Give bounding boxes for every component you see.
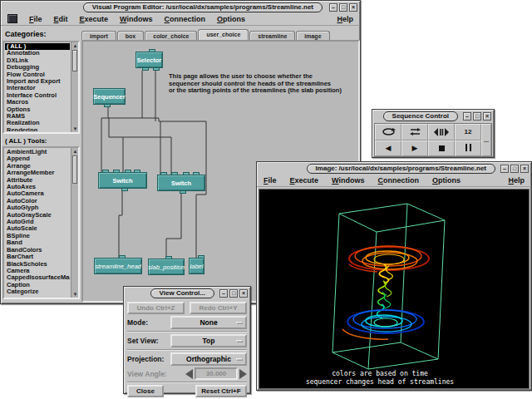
stop-button[interactable] <box>428 140 455 157</box>
list-item[interactable]: CategoryStatistics <box>5 296 70 297</box>
tab-import[interactable]: import <box>81 31 116 40</box>
input-tab[interactable] <box>149 49 155 52</box>
input-tab[interactable] <box>160 172 167 175</box>
close-icon[interactable]: × <box>483 112 491 121</box>
node-label: label <box>190 263 204 270</box>
node-label: Sequencer <box>93 93 125 101</box>
node-selector[interactable]: Selector <box>135 52 163 68</box>
loop-button[interactable] <box>375 124 401 140</box>
menu-execute[interactable]: Execute <box>80 15 109 23</box>
stop-icon <box>439 145 445 151</box>
maximize-icon[interactable]: □ <box>339 3 347 12</box>
input-tab[interactable] <box>102 170 109 173</box>
output-tab[interactable] <box>121 188 128 191</box>
decrease-angle-icon[interactable] <box>185 369 193 379</box>
menu-file[interactable]: File <box>264 176 277 185</box>
tab-color_choice[interactable]: color_choice <box>145 31 197 40</box>
tab-image[interactable]: image <box>296 31 329 40</box>
menu-help[interactable]: Help <box>337 15 353 23</box>
node-switch[interactable]: Switch <box>98 172 147 189</box>
view-control-title: View Control... <box>150 288 214 298</box>
menu-file[interactable]: File <box>29 15 42 23</box>
menu-windows[interactable]: Windows <box>332 176 364 185</box>
close-icon[interactable]: × <box>239 289 248 298</box>
minimize-icon[interactable]: – <box>219 289 228 298</box>
input-tab[interactable] <box>134 170 140 173</box>
palindrome-icon <box>409 127 421 136</box>
undo-button[interactable]: Undo Ctrl+Z <box>127 302 185 314</box>
set-view-dropdown[interactable]: Top <box>170 334 247 347</box>
output-tab[interactable] <box>153 67 160 71</box>
minimize-icon[interactable]: – <box>329 3 337 12</box>
menu-connection[interactable]: Connection <box>165 15 206 23</box>
projection-dropdown[interactable]: Orthographic <box>170 352 247 366</box>
step-button[interactable] <box>428 124 455 140</box>
close-icon[interactable]: × <box>349 3 357 12</box>
close-icon[interactable]: × <box>520 165 529 173</box>
option-menu-indicator <box>236 322 243 324</box>
output-tab[interactable] <box>142 67 149 71</box>
redo-button[interactable]: Redo Ctrl+Y <box>190 302 247 314</box>
increase-angle-icon[interactable] <box>239 369 247 379</box>
palindrome-button[interactable] <box>401 124 428 140</box>
menu-options[interactable]: Options <box>217 15 245 23</box>
input-tab[interactable] <box>165 256 172 259</box>
tab-user_choice[interactable]: user_choice <box>198 29 249 40</box>
categories-scrollbar[interactable]: ▲ ▼ <box>71 42 78 132</box>
tab-box[interactable]: box <box>117 31 144 40</box>
menu-windows[interactable]: Windows <box>120 15 152 23</box>
reset-button[interactable]: Reset Ctrl+F <box>195 385 247 397</box>
image-titlebar[interactable]: Image: /usr/local/dx/samples/programs/St… <box>257 162 531 174</box>
tools-scrollbar[interactable]: ▲ ▼ <box>71 148 78 298</box>
maximize-icon[interactable]: □ <box>229 289 238 298</box>
wire <box>109 118 171 175</box>
output-tab[interactable] <box>104 104 111 107</box>
maximize-icon[interactable]: □ <box>473 112 481 121</box>
expand-button[interactable]: ... <box>481 124 491 156</box>
step-back-button[interactable]: ◀ <box>375 140 401 157</box>
input-tab[interactable] <box>193 172 200 175</box>
sequence-control-titlebar[interactable]: Sequence Control – □ × <box>372 110 494 121</box>
projection-label: Projection: <box>127 355 164 363</box>
dx-app-icon <box>7 14 17 23</box>
node-label[interactable]: label <box>189 258 204 274</box>
page-tabs: importboxcolor_choiceuser_choicestreamli… <box>81 26 331 40</box>
close-button[interactable]: Close <box>127 385 164 397</box>
scroll-up-icon[interactable]: ▲ <box>72 42 78 49</box>
vpe-titlebar[interactable]: Visual Program Editor: /usr/local/dx/sam… <box>1 1 360 12</box>
tab-streamline[interactable]: streamline <box>249 31 295 40</box>
list-item[interactable]: Rendering <box>5 127 70 131</box>
node-switch[interactable]: Switch <box>157 175 205 191</box>
mode-dropdown[interactable]: None <box>170 316 247 329</box>
menu-help[interactable]: Help <box>508 176 525 185</box>
menu-edit[interactable]: Edit <box>54 15 68 23</box>
input-tab[interactable] <box>119 255 126 259</box>
render-viewport[interactable]: colors are based on time sequencer chang… <box>259 189 530 389</box>
node-streamline_head[interactable]: streamline_head <box>94 258 142 274</box>
play-button[interactable]: ▶ <box>401 140 428 157</box>
input-tab[interactable] <box>198 255 204 259</box>
image-menubar: FileExecuteWindowsConnectionOptions Help <box>257 174 531 187</box>
set-view-label: Set View: <box>127 337 159 345</box>
input-tab[interactable] <box>183 172 190 175</box>
pause-button[interactable] <box>455 140 481 157</box>
mode-label: Mode: <box>127 318 148 327</box>
menu-execute[interactable]: Execute <box>290 176 319 185</box>
output-tab[interactable] <box>180 190 186 194</box>
image-window-title: Image: /usr/local/dx/samples/programs/St… <box>307 164 495 174</box>
input-tab[interactable] <box>171 172 178 175</box>
node-slab_position[interactable]: slab_position <box>148 259 185 275</box>
scroll-up-icon[interactable]: ▲ <box>72 148 78 155</box>
menu-options[interactable]: Options <box>432 176 461 185</box>
input-tab[interactable] <box>113 170 120 173</box>
view-control-titlebar[interactable]: View Control... – □ × <box>124 287 250 298</box>
menu-connection[interactable]: Connection <box>377 176 419 185</box>
maximize-icon[interactable]: □ <box>510 165 519 173</box>
minimize-icon[interactable]: – <box>463 112 471 121</box>
node-sequencer[interactable]: Sequencer <box>93 88 126 105</box>
minimize-icon[interactable]: – <box>500 165 509 173</box>
scroll-down-icon[interactable]: ▼ <box>72 291 78 298</box>
input-tab[interactable] <box>125 170 131 173</box>
scroll-down-icon[interactable]: ▼ <box>72 126 78 132</box>
frame-counter[interactable]: 12 <box>455 124 481 140</box>
